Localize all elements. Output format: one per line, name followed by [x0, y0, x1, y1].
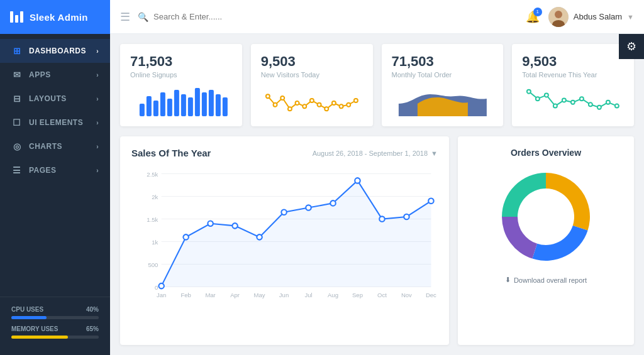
download-report-link[interactable]: ⬇ Download overall report: [505, 276, 587, 284]
svg-text:Apr: Apr: [230, 292, 240, 299]
svg-rect-10: [188, 97, 193, 116]
user-menu[interactable]: Abdus Salam ▼: [548, 7, 634, 27]
svg-point-37: [597, 106, 601, 109]
cpu-bar-bg: [11, 316, 99, 319]
stat-chart-1: [261, 85, 363, 116]
svg-point-29: [527, 90, 531, 94]
nav-item-left: ✉ APPS: [11, 70, 51, 80]
nav-arrow-layouts: ›: [96, 96, 99, 102]
svg-text:Dec: Dec: [426, 292, 436, 299]
nav-item-left: ☰ PAGES: [11, 165, 57, 175]
svg-point-28: [354, 99, 358, 102]
svg-text:Jan: Jan: [157, 292, 166, 299]
memory-bar-fill: [11, 336, 68, 339]
sidebar-item-dashboards[interactable]: ⊞ DASHBOARDS ›: [0, 39, 110, 63]
memory-value: 65%: [86, 325, 99, 332]
orders-overview-card: Orders Overview ⬇ Download overall repor…: [458, 136, 634, 345]
donut-svg: [496, 167, 596, 267]
svg-point-25: [332, 101, 336, 105]
svg-rect-3: [140, 104, 145, 116]
nav-item-left: ⊟ LAYOUTS: [11, 94, 67, 104]
nav-arrow-apps: ›: [96, 72, 99, 79]
stat-value-0: 71,503: [130, 54, 232, 69]
svg-point-67: [232, 223, 237, 228]
svg-text:0: 0: [155, 284, 158, 291]
content: 71,503 Online Signups 9,503 New Visitors…: [110, 34, 644, 355]
svg-text:Nov: Nov: [401, 292, 412, 299]
svg-point-66: [208, 221, 213, 226]
stat-label-3: Total Revenue This Year: [522, 71, 624, 79]
svg-text:Feb: Feb: [180, 292, 191, 299]
svg-text:Aug: Aug: [328, 292, 338, 299]
nav-label-pages: PAGES: [29, 166, 57, 175]
nav-label-ui-elements: UI ELEMENTS: [29, 118, 83, 127]
sidebar-item-ui-elements[interactable]: ☐ UI ELEMENTS ›: [0, 111, 110, 134]
nav-arrow-dashboards: ›: [96, 48, 99, 55]
stat-value-1: 9,503: [261, 54, 363, 69]
stat-card-0: 71,503 Online Signups: [120, 44, 242, 126]
sidebar-footer: CPU USES 40% MEMORY USES 65%: [0, 297, 110, 355]
svg-point-16: [266, 95, 270, 99]
stat-value-2: 71,503: [392, 54, 494, 69]
stat-value-3: 9,503: [522, 54, 624, 69]
stat-chart-3: [522, 85, 624, 116]
svg-point-31: [545, 94, 548, 97]
orders-title: Orders Overview: [511, 148, 581, 158]
svg-rect-12: [202, 92, 207, 116]
svg-text:2.5k: 2.5k: [147, 171, 158, 178]
svg-point-64: [158, 283, 164, 288]
sales-chart-card: Sales Of The Year August 26, 2018 - Sept…: [120, 136, 449, 345]
cpu-bar-fill: [11, 316, 47, 319]
svg-rect-6: [160, 92, 165, 116]
svg-point-74: [404, 214, 409, 219]
svg-point-75: [428, 199, 433, 204]
notif-badge: 1: [533, 8, 542, 16]
user-name: Abdus Salam: [574, 12, 622, 21]
date-dropdown-icon: ▼: [431, 150, 438, 157]
date-range[interactable]: August 26, 2018 - September 1, 2018 ▼: [313, 150, 438, 157]
nav-arrow-pages: ›: [96, 167, 99, 174]
nav-icon-dashboards: ⊞: [11, 46, 23, 56]
sidebar-item-apps[interactable]: ✉ APPS ›: [0, 63, 110, 87]
download-text: Download overall report: [514, 276, 587, 284]
stat-chart-2: [392, 85, 494, 116]
svg-point-65: [183, 234, 188, 239]
nav-label-layouts: LAYOUTS: [29, 94, 67, 103]
sidebar-item-pages[interactable]: ☰ PAGES ›: [0, 158, 110, 182]
svg-text:Jul: Jul: [304, 292, 312, 299]
svg-text:Mar: Mar: [205, 292, 216, 299]
svg-point-23: [317, 103, 321, 107]
svg-point-19: [288, 107, 292, 111]
sidebar-item-charts[interactable]: ◎ CHARTS ›: [0, 134, 110, 158]
memory-bar-bg: [11, 336, 99, 339]
stat-label-2: Monthly Total Order: [392, 71, 494, 79]
sidebar-item-layouts[interactable]: ⊟ LAYOUTS ›: [0, 87, 110, 111]
nav-arrow-charts: ›: [96, 143, 99, 150]
svg-point-34: [571, 101, 575, 104]
svg-point-26: [339, 105, 343, 109]
notification-bell[interactable]: 🔔 1: [526, 10, 540, 24]
cpu-label: CPU USES: [11, 306, 43, 313]
sidebar-logo: Sleek Admin: [0, 0, 110, 34]
avatar: [548, 7, 569, 27]
svg-text:1.5k: 1.5k: [147, 216, 158, 223]
settings-button[interactable]: ⚙: [619, 34, 644, 59]
svg-point-32: [553, 104, 557, 108]
svg-point-21: [303, 105, 306, 109]
hamburger-icon[interactable]: ☰: [120, 10, 130, 24]
sidebar-nav: ⊞ DASHBOARDS › ✉ APPS › ⊟ LAYOUTS › ☐ UI…: [0, 34, 110, 297]
search-input[interactable]: [153, 12, 279, 21]
stat-chart-0: [130, 85, 232, 116]
chevron-down-icon: ▼: [627, 13, 634, 21]
memory-label: MEMORY USES: [11, 325, 58, 332]
header-right: 🔔 1 Abdus Salam ▼: [526, 7, 634, 27]
nav-icon-pages: ☰: [11, 165, 23, 175]
svg-point-72: [355, 178, 360, 183]
svg-text:Oct: Oct: [377, 292, 387, 299]
svg-text:2k: 2k: [152, 194, 158, 200]
svg-point-30: [536, 97, 540, 101]
svg-rect-4: [147, 96, 152, 116]
stat-card-2: 71,503 Monthly Total Order: [382, 44, 504, 126]
svg-point-35: [580, 97, 584, 101]
svg-point-20: [295, 101, 299, 105]
